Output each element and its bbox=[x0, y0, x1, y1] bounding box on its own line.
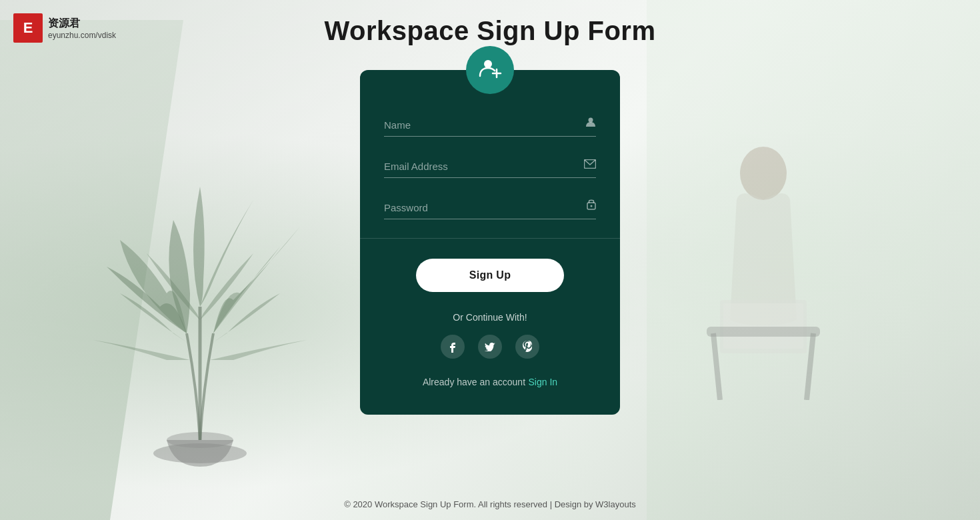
social-icons-container bbox=[441, 335, 539, 359]
person-decoration bbox=[680, 133, 847, 400]
password-field-group bbox=[384, 197, 596, 219]
svg-point-6 bbox=[484, 60, 492, 68]
password-input[interactable] bbox=[384, 197, 596, 219]
form-divider bbox=[360, 238, 620, 239]
page-title-container: Workspace Sign Up Form bbox=[0, 16, 980, 46]
signup-button[interactable]: Sign Up bbox=[416, 259, 565, 292]
svg-rect-4 bbox=[723, 303, 803, 349]
plant-decoration bbox=[67, 53, 333, 467]
avatar-circle bbox=[466, 46, 514, 94]
signin-link[interactable]: Sign In bbox=[528, 377, 557, 387]
footer-text: © 2020 Workspace Sign Up Form. All right… bbox=[344, 499, 636, 509]
svg-rect-5 bbox=[707, 327, 820, 337]
signin-container: Already have an account Sign In bbox=[423, 376, 557, 388]
signup-form-card: Sign Up Or Continue With! Already have a… bbox=[360, 70, 620, 415]
svg-point-9 bbox=[589, 118, 593, 123]
name-field-group bbox=[384, 114, 596, 137]
page-title: Workspace Sign Up Form bbox=[0, 16, 980, 46]
name-input[interactable] bbox=[384, 114, 596, 137]
svg-point-2 bbox=[740, 147, 787, 200]
email-input[interactable] bbox=[384, 155, 596, 178]
facebook-button[interactable] bbox=[441, 335, 465, 359]
password-icon bbox=[587, 198, 596, 213]
continue-text: Or Continue With! bbox=[453, 312, 527, 323]
footer: © 2020 Workspace Sign Up Form. All right… bbox=[0, 499, 980, 509]
svg-point-12 bbox=[591, 205, 593, 207]
twitter-button[interactable] bbox=[478, 335, 502, 359]
user-add-icon bbox=[478, 56, 502, 85]
pinterest-button[interactable] bbox=[515, 335, 539, 359]
signin-prompt-text: Already have an account bbox=[423, 377, 525, 387]
form-fields bbox=[360, 114, 620, 238]
email-icon bbox=[584, 159, 596, 171]
name-icon bbox=[585, 117, 596, 130]
email-field-group bbox=[384, 155, 596, 178]
